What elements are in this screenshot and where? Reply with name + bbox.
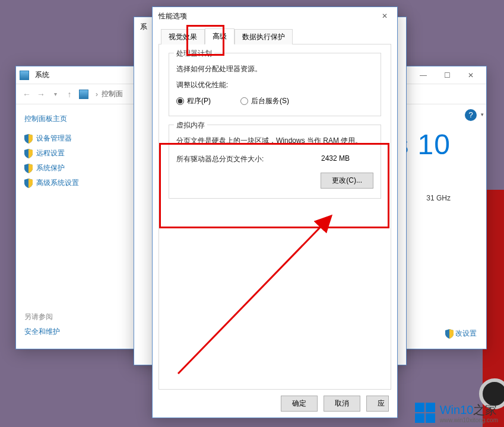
minimize-button[interactable]: — (411, 67, 435, 84)
see-also-label: 另请参阅 (24, 312, 60, 322)
sidebar-item-remote-settings[interactable]: 远程设置 (24, 146, 128, 161)
system-left-pane: 控制面板主页 设备管理器 远程设置 系统保护 高级系统设置 (16, 104, 137, 349)
sidebar-item-advanced-system-settings[interactable]: 高级系统设置 (24, 176, 128, 190)
sidebar-item-system-protection[interactable]: 系统保护 (24, 161, 128, 176)
watermark: Win10之家 www.win10xitong.com (415, 402, 498, 423)
cancel-button[interactable]: 取消 (324, 396, 360, 412)
radio-background-services[interactable]: 后台服务(S) (240, 96, 289, 106)
vm-total-label: 所有驱动器总分页文件大小: (176, 154, 264, 164)
tab-advanced[interactable]: 高级 (205, 28, 234, 44)
help-dropdown-icon[interactable]: ▾ (481, 111, 484, 117)
address-bar[interactable]: › 控制面 (79, 89, 123, 99)
radio-programs-label: 程序(P) (187, 96, 211, 106)
close-button[interactable]: ✕ (376, 8, 394, 24)
shield-icon (24, 149, 33, 158)
apply-button[interactable]: 应 (366, 396, 389, 412)
change-button[interactable]: 更改(C)... (321, 173, 373, 189)
watermark-brand: Win10 (440, 403, 474, 416)
maximize-button[interactable]: ☐ (435, 67, 459, 84)
pc-icon (20, 71, 29, 80)
watermark-url: www.win10xitong.com (440, 417, 498, 423)
up-arrow-icon[interactable]: ↑ (65, 90, 74, 99)
dialog-button-row: 确定 取消 应 (159, 390, 391, 412)
performance-options-window: 性能选项 ✕ 视觉效果 高级 数据执行保护 处理器计划 选择如何分配处理器资源。… (152, 7, 398, 418)
ok-button[interactable]: 确定 (281, 396, 318, 412)
back-arrow-icon[interactable]: ← (22, 90, 31, 99)
history-dropdown-icon[interactable]: ▾ (50, 91, 60, 97)
windows-logo-icon (415, 403, 435, 423)
advanced-tab-panel: 处理器计划 选择如何分配处理器资源。 调整以优化性能: 程序(P) 后台服务(S… (159, 44, 391, 390)
radio-programs[interactable]: 程序(P) (176, 96, 211, 106)
sidebar-item-device-manager[interactable]: 设备管理器 (24, 131, 128, 146)
shield-icon (24, 134, 33, 144)
forward-arrow-icon[interactable]: → (36, 90, 46, 99)
sidebar-item-label: 设备管理器 (36, 133, 72, 144)
breadcrumb-label[interactable]: 控制面 (102, 89, 123, 99)
vm-desc: 分页文件是硬盘上的一块区域，Windows 当作 RAM 使用。 (176, 136, 373, 146)
security-maintenance-link[interactable]: 安全和维护 (24, 327, 60, 337)
pc-icon (79, 90, 88, 99)
help-icon[interactable]: ? (465, 109, 477, 121)
sidebar-item-label: 高级系统设置 (36, 178, 79, 188)
tab-dep[interactable]: 数据执行保护 (234, 29, 293, 44)
sidebar-item-label: 远程设置 (36, 148, 65, 158)
tab-row: 视觉效果 高级 数据执行保护 (159, 28, 391, 44)
tab-visual-effects[interactable]: 视觉效果 (161, 29, 205, 44)
see-also-section: 另请参阅 安全和维护 (24, 312, 60, 337)
shield-icon (445, 329, 454, 339)
processor-desc: 选择如何分配处理器资源。 (176, 64, 373, 74)
shield-icon (24, 164, 33, 173)
radio-services-label: 后台服务(S) (251, 96, 289, 106)
sidebar-item-label: 系统保护 (36, 163, 65, 173)
close-button[interactable]: ✕ (459, 67, 483, 84)
virtual-memory-group: 虚拟内存 分页文件是硬盘上的一块区域，Windows 当作 RAM 使用。 所有… (169, 125, 381, 199)
adjust-label: 调整以优化性能: (176, 80, 373, 90)
vm-total-value: 2432 MB (321, 154, 350, 164)
radio-programs-input[interactable] (176, 97, 184, 105)
radio-services-input[interactable] (240, 97, 248, 105)
processor-scheduling-group: 处理器计划 选择如何分配处理器资源。 调整以优化性能: 程序(P) 后台服务(S… (169, 53, 381, 116)
processor-group-legend: 处理器计划 (174, 49, 214, 59)
perf-titlebar[interactable]: 性能选项 ✕ (153, 7, 397, 25)
change-settings-link[interactable]: 改设置 (455, 329, 477, 337)
watermark-suffix: 之家 (473, 403, 497, 416)
vm-group-legend: 虚拟内存 (174, 120, 207, 130)
perf-window-title: 性能选项 (156, 11, 376, 21)
shield-icon (24, 179, 33, 188)
control-panel-home-link[interactable]: 控制面板主页 (24, 114, 128, 124)
